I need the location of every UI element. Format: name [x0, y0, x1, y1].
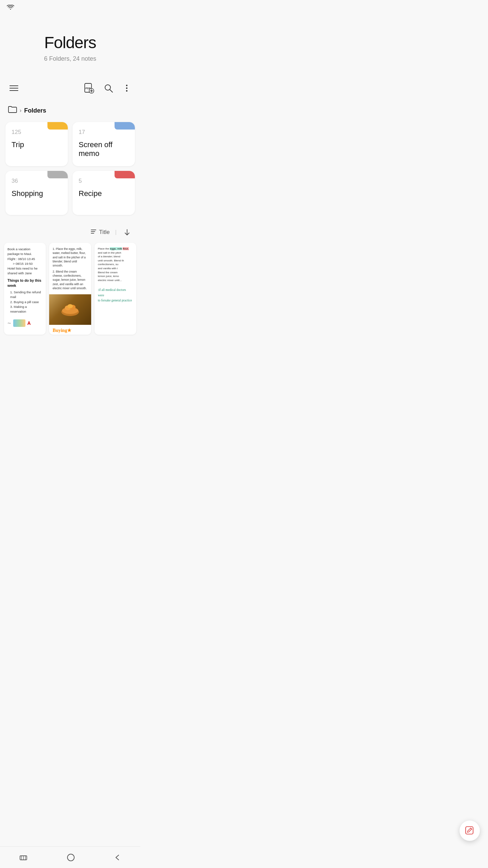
- svg-rect-24: [67, 854, 74, 861]
- svg-point-9: [126, 90, 127, 92]
- svg-point-8: [126, 87, 127, 89]
- folder-card-shopping[interactable]: 36 Shopping: [5, 171, 68, 215]
- folder-tab-shopping: [47, 171, 68, 178]
- note-text-1: Book a vacation package to Maui. Flight …: [7, 247, 42, 276]
- folder-name-shopping: Shopping: [12, 189, 62, 198]
- recent-apps-icon: [19, 853, 28, 862]
- note-handwriting-3: :if all medical doctors were to forsake …: [95, 286, 136, 307]
- svg-line-6: [110, 90, 113, 93]
- more-icon: [123, 83, 131, 93]
- back-icon: [114, 854, 121, 861]
- breadcrumb-arrow: ›: [20, 107, 21, 114]
- svg-point-18: [67, 304, 73, 308]
- folder-grid: 125 Trip 17 Screen off memo 36 Shopping …: [0, 122, 140, 223]
- page-subtitle: 6 Folders, 24 notes: [44, 55, 96, 62]
- folder-tab-recipe: [115, 171, 135, 178]
- folder-card-screen-off-memo[interactable]: 17 Screen off memo: [73, 122, 135, 166]
- note-content-3: Place the eggs, milk flour, and salt in …: [95, 243, 136, 286]
- recipe-image: [49, 294, 91, 325]
- pdf-add-button[interactable]: PDF: [82, 81, 96, 95]
- note-recipe-text-1: 1. Place the eggs, milk, water, melted b…: [53, 247, 87, 268]
- note-card-1[interactable]: Book a vacation package to Maui. Flight …: [4, 243, 46, 335]
- status-bar: [0, 0, 140, 13]
- note-card-2[interactable]: 1. Place the eggs, milk, water, melted b…: [49, 243, 91, 335]
- folder-icon: [8, 106, 17, 115]
- sort-icon: [90, 228, 97, 237]
- food-image-placeholder: [58, 298, 82, 321]
- breadcrumb-label: Folders: [24, 107, 46, 114]
- note-list-3: 3. Making a reservation: [7, 304, 42, 314]
- svg-point-7: [126, 85, 127, 86]
- bottom-nav: [0, 846, 140, 868]
- folder-count-recipe: 5: [79, 178, 129, 184]
- page-title: Folders: [44, 33, 96, 52]
- sort-bar: Title |: [0, 223, 140, 243]
- folder-name-recipe: Recipe: [79, 189, 129, 198]
- back-button[interactable]: [107, 851, 128, 864]
- recent-apps-button[interactable]: [12, 850, 35, 865]
- folder-card-trip[interactable]: 125 Trip: [5, 122, 68, 166]
- wifi-icon: [7, 5, 14, 10]
- sort-title-group[interactable]: Title: [90, 228, 110, 237]
- folder-name-trip: Trip: [12, 140, 62, 149]
- note-footer-1: ~ A: [4, 318, 46, 330]
- folder-tab-trip: [47, 122, 68, 130]
- buying-text: Buying★: [53, 328, 72, 333]
- sort-divider: |: [115, 229, 117, 235]
- folder-count-shopping: 36: [12, 178, 62, 184]
- note-list-2: 2. Buying a pill case: [7, 300, 42, 304]
- sort-label: Title: [99, 229, 110, 236]
- sort-direction-icon: [123, 229, 131, 236]
- search-button[interactable]: [102, 82, 115, 94]
- breadcrumb: › Folders: [0, 100, 140, 122]
- sort-direction-button[interactable]: [122, 227, 132, 237]
- note-heading-1: Things to do by this week: [7, 278, 42, 289]
- buying-label: Buying★: [49, 325, 91, 335]
- home-button[interactable]: [59, 850, 82, 865]
- highlight-red-1: flour,: [123, 247, 128, 250]
- home-icon: [66, 853, 76, 862]
- notes-grid: Book a vacation package to Maui. Flight …: [0, 243, 140, 369]
- folder-tab-screen-off: [115, 122, 135, 130]
- folder-count-trip: 125: [12, 129, 62, 136]
- search-icon: [104, 83, 113, 93]
- toolbar: PDF: [0, 76, 140, 100]
- pdf-add-icon: PDF: [83, 83, 94, 94]
- note-list-1: 1. Sending the refund mail: [7, 290, 42, 300]
- note-content-1: Book a vacation package to Maui. Flight …: [4, 243, 46, 318]
- folder-name-screen-off: Screen off memo: [79, 140, 129, 158]
- folder-count-screen-off: 17: [79, 129, 129, 136]
- folder-card-recipe[interactable]: 5 Recipe: [73, 171, 135, 215]
- header-section: Folders 6 Folders, 24 notes: [0, 13, 140, 76]
- note-content-2: 1. Place the eggs, milk, water, melted b…: [49, 243, 91, 294]
- highlight-teal-1: eggs, milk: [110, 247, 122, 250]
- svg-point-5: [105, 85, 110, 90]
- note-recipe-text-2: 2. Blend the cream cheese, confectioners…: [53, 270, 87, 291]
- more-options-button[interactable]: [121, 82, 132, 94]
- note-card-3[interactable]: Place the eggs, milk flour, and salt in …: [95, 243, 136, 335]
- menu-button[interactable]: [8, 84, 20, 92]
